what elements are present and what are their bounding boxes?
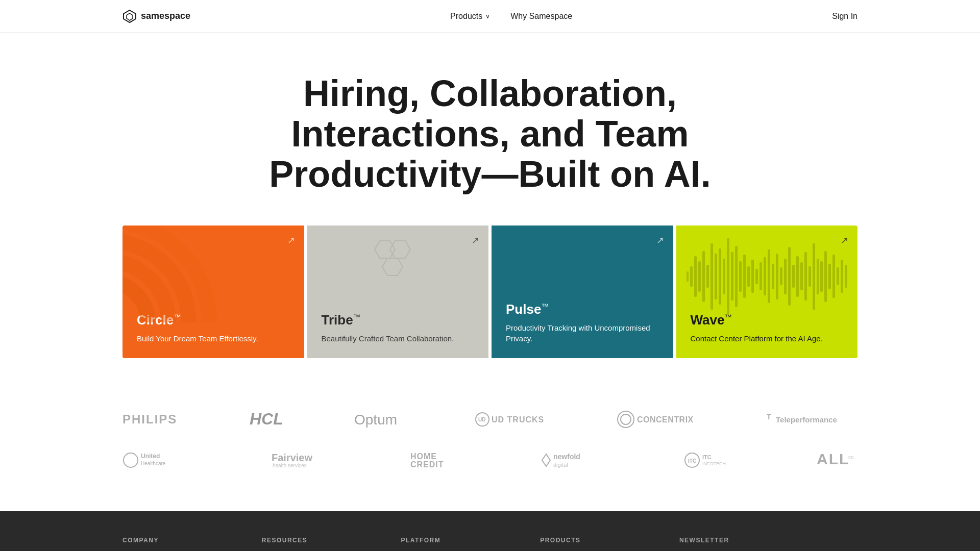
tribe-bg-decoration — [352, 231, 444, 312]
tribe-tm: ™ — [353, 313, 360, 321]
logo-itcinfotech[interactable]: ITC ITC INFOTECH — [683, 450, 749, 470]
wave-bg-bars — [687, 236, 848, 317]
svg-text:Healthcare: Healthcare — [141, 461, 166, 466]
svg-text:ITC: ITC — [688, 458, 696, 464]
logo[interactable]: samespace — [122, 9, 190, 23]
hero-section: Hiring, Collaboration, Interactions, and… — [0, 33, 980, 226]
nav-signin[interactable]: Sign In — [832, 12, 857, 21]
svg-text:UD: UD — [478, 417, 485, 422]
footer-col-resources: RESOURCES Partners Blogs — [262, 537, 381, 551]
svg-text:ALL: ALL — [817, 450, 849, 467]
logos-row-1: PHILIPS HCL Optum UD UD TRUCKS — [122, 399, 857, 440]
svg-text:INFOTECH: INFOTECH — [702, 461, 726, 466]
logo-teleperformance[interactable]: Teleperformance T — [766, 410, 857, 429]
footer-products-heading: PRODUCTS — [540, 537, 659, 544]
svg-text:co: co — [848, 455, 854, 460]
concentrix-logo-svg: CONCENTRIX — [617, 409, 696, 430]
pulse-title: Pulse™ — [506, 302, 661, 317]
unitedhealthcare-logo-svg: United Healthcare — [122, 450, 204, 470]
optum-logo-svg: Optum — [354, 410, 405, 429]
svg-marker-7 — [390, 241, 410, 258]
footer-col-products: PRODUCTS Circle Tribe — [540, 537, 659, 551]
footer-col-company: COMPANY Why Samespace Careers JOIN US — [122, 537, 241, 551]
svg-text:HCL: HCL — [250, 410, 283, 428]
svg-text:digital: digital — [553, 462, 568, 468]
logo-all[interactable]: ALL co — [817, 450, 857, 470]
svg-text:newfold: newfold — [553, 453, 580, 461]
logo-udtrucks[interactable]: UD UD TRUCKS — [475, 410, 547, 429]
tribe-desc: Beautifully Crafted Team Collaboration. — [322, 333, 477, 344]
svg-text:ITC: ITC — [702, 454, 712, 460]
card-wave[interactable]: ↗ Wave™ Contact Center Platform for the … — [676, 226, 858, 358]
logo-philips[interactable]: PHILIPS — [122, 410, 179, 428]
logo-newfold[interactable]: newfold digital — [539, 450, 616, 470]
pulse-desc: Productivity Tracking with Uncompromised… — [506, 322, 661, 344]
wave-desc: Contact Center Platform for the AI Age. — [691, 333, 846, 344]
hero-headline: Hiring, Collaboration, Interactions, and… — [260, 73, 720, 195]
svg-point-16 — [621, 414, 631, 424]
svg-text:United: United — [141, 453, 160, 460]
navbar: samespace Products ∨ Why Samespace Sign … — [0, 0, 980, 33]
all-logo-svg: ALL co — [817, 450, 857, 470]
logo-hcl[interactable]: HCL — [249, 409, 284, 430]
udtrucks-logo-svg: UD UD TRUCKS — [475, 410, 547, 429]
logo-text: samespace — [141, 11, 190, 21]
svg-marker-27 — [542, 454, 550, 466]
svg-text:HOME: HOME — [410, 452, 437, 461]
footer-resources-heading: RESOURCES — [262, 537, 381, 544]
svg-point-2 — [122, 282, 148, 322]
footer-grid: COMPANY Why Samespace Careers JOIN US RE… — [122, 537, 857, 551]
tribe-title: Tribe™ — [322, 312, 477, 328]
nav-products[interactable]: Products ∨ — [450, 12, 490, 21]
footer-col-newsletter: NEWSLETTER → — [679, 537, 857, 551]
card-circle[interactable]: ↗ Circle™ Build Your Dream Team Effortle… — [122, 226, 304, 358]
logo-fairview[interactable]: Fairview health services — [272, 450, 343, 470]
circle-desc: Build Your Dream Team Effortlessly. — [137, 333, 292, 344]
svg-text:CREDIT: CREDIT — [410, 460, 444, 469]
homecredit-logo-svg: HOME CREDIT — [410, 450, 472, 470]
card-tribe[interactable]: ↗ Tribe™ Beautifully Crafted Team Collab… — [307, 226, 489, 358]
logo-optum[interactable]: Optum — [354, 410, 405, 429]
logo-homecredit[interactable]: HOME CREDIT — [410, 450, 472, 470]
footer-company-heading: COMPANY — [122, 537, 241, 544]
circle-bg-decoration — [122, 226, 219, 322]
tribe-arrow: ↗ — [472, 235, 479, 246]
svg-text:CONCENTRIX: CONCENTRIX — [637, 415, 694, 424]
footer: COMPANY Why Samespace Careers JOIN US RE… — [0, 511, 980, 551]
circle-arrow: ↗ — [287, 235, 295, 246]
pulse-arrow: ↗ — [656, 235, 664, 246]
svg-point-15 — [618, 411, 634, 428]
logo-unitedhealthcare[interactable]: United Healthcare — [122, 450, 204, 470]
fairview-logo-svg: Fairview health services — [272, 450, 343, 470]
nav-why[interactable]: Why Samespace — [510, 12, 572, 21]
pulse-tm: ™ — [541, 302, 548, 310]
itcinfotech-logo-svg: ITC ITC INFOTECH — [683, 450, 749, 470]
logo-icon — [122, 9, 137, 23]
nav-center: Products ∨ Why Samespace — [450, 12, 572, 21]
wave-arrow: ↗ — [841, 235, 848, 246]
svg-marker-1 — [127, 13, 133, 20]
svg-text:T: T — [767, 413, 771, 421]
svg-marker-6 — [375, 241, 395, 258]
svg-text:UD TRUCKS: UD TRUCKS — [492, 415, 544, 424]
svg-text:Fairview: Fairview — [272, 452, 312, 463]
footer-platform-heading: PLATFORM — [401, 537, 520, 544]
svg-point-20 — [124, 453, 138, 467]
logo-concentrix[interactable]: CONCENTRIX — [617, 409, 696, 430]
hcl-logo-svg: HCL — [249, 409, 284, 430]
svg-marker-8 — [382, 258, 403, 276]
teleperformance-logo-svg: Teleperformance T — [766, 410, 857, 429]
logos-section: PHILIPS HCL Optum UD UD TRUCKS — [0, 399, 980, 511]
svg-text:Optum: Optum — [354, 412, 397, 428]
svg-text:Teleperformance: Teleperformance — [776, 415, 837, 424]
newfold-logo-svg: newfold digital — [539, 450, 616, 470]
product-cards: ↗ Circle™ Build Your Dream Team Effortle… — [0, 226, 980, 358]
footer-col-platform: PLATFORM Sign In › Origon AI › — [401, 537, 520, 551]
card-pulse[interactable]: ↗ Pulse™ Productivity Tracking with Unco… — [492, 226, 673, 358]
footer-newsletter-heading: NEWSLETTER — [679, 537, 857, 544]
svg-text:PHILIPS: PHILIPS — [122, 412, 177, 426]
svg-text:health services: health services — [273, 463, 307, 468]
products-chevron: ∨ — [485, 13, 490, 20]
philips-logo-svg: PHILIPS — [122, 410, 179, 428]
logos-row-2: United Healthcare Fairview health servic… — [122, 440, 857, 481]
